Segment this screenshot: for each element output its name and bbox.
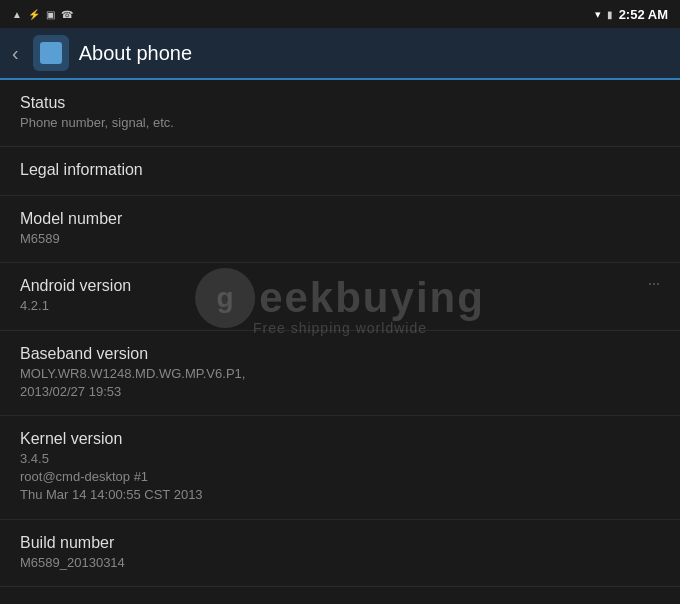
settings-icon	[33, 35, 69, 71]
usb-icon: ⚡	[28, 9, 40, 20]
settings-icon-inner	[40, 42, 62, 64]
battery-icon: ▮	[607, 9, 613, 20]
status-bar: ▲ ⚡ ▣ ☎ ▾ ▮ 2:52 AM	[0, 0, 680, 28]
item-subtitle-kernel: 3.4.5 root@cmd-desktop #1 Thu Mar 14 14:…	[20, 450, 660, 505]
item-title-build: Build number	[20, 534, 660, 552]
phone-frame: ▲ ⚡ ▣ ☎ ▾ ▮ 2:52 AM ‹ About phone Status…	[0, 0, 680, 604]
item-subtitle-status: Phone number, signal, etc.	[20, 114, 660, 132]
wifi-icon: ▾	[595, 8, 601, 21]
page-title: About phone	[79, 42, 192, 65]
status-bar-right: ▾ ▮ 2:52 AM	[595, 7, 668, 22]
item-subtitle-build: M6589_20130314	[20, 554, 660, 572]
item-title-model: Model number	[20, 210, 660, 228]
top-bar: ‹ About phone	[0, 28, 680, 80]
item-title-status: Status	[20, 94, 660, 112]
spinner-icon: ⋯	[648, 277, 660, 291]
item-title-legal: Legal information	[20, 161, 660, 179]
item-title-kernel: Kernel version	[20, 430, 660, 448]
item-title-baseband: Baseband version	[20, 345, 660, 363]
list-item-kernel: Kernel version 3.4.5 root@cmd-desktop #1…	[0, 416, 680, 520]
content-area: Status Phone number, signal, etc. Legal …	[0, 80, 680, 604]
list-item-status[interactable]: Status Phone number, signal, etc.	[0, 80, 680, 147]
list-item-model: Model number M6589	[0, 196, 680, 263]
list-item-build: Build number M6589_20130314	[0, 520, 680, 587]
item-subtitle-baseband: MOLY.WR8.W1248.MD.WG.MP.V6.P1, 2013/02/2…	[20, 365, 660, 401]
item-title-android: Android version	[20, 277, 660, 295]
back-button[interactable]: ‹	[12, 42, 19, 65]
antenna-icon: ▲	[12, 9, 22, 20]
phone-icon: ☎	[61, 9, 73, 20]
list-item-android: Android version 4.2.1 ⋯	[0, 263, 680, 330]
item-subtitle-model: M6589	[20, 230, 660, 248]
item-subtitle-android: 4.2.1	[20, 297, 660, 315]
status-bar-left: ▲ ⚡ ▣ ☎	[12, 9, 73, 20]
list-item-legal[interactable]: Legal information	[0, 147, 680, 196]
screenshot-icon: ▣	[46, 9, 55, 20]
time-display: 2:52 AM	[619, 7, 668, 22]
list-item-baseband: Baseband version MOLY.WR8.W1248.MD.WG.MP…	[0, 331, 680, 416]
